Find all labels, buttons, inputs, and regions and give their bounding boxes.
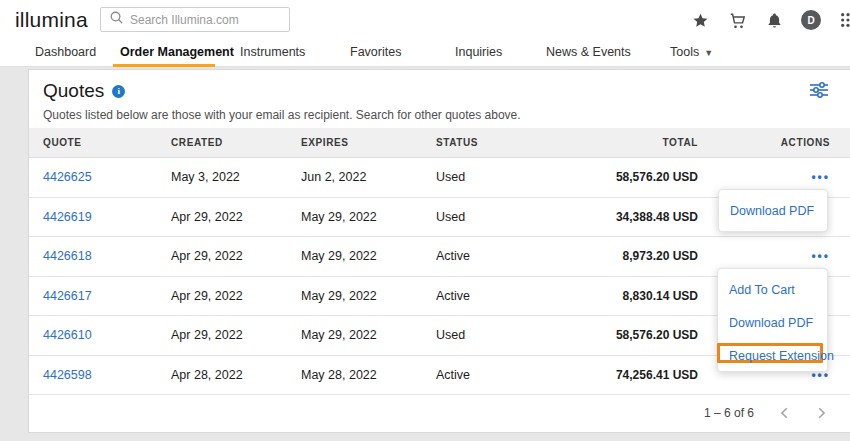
status-cell: Used	[436, 210, 576, 224]
total-cell: 74,256.41 USD	[576, 368, 698, 382]
page-subtitle: Quotes listed below are those with your …	[43, 108, 836, 122]
status-cell: Used	[436, 170, 576, 184]
row-actions-menu-button[interactable]: •••	[811, 251, 830, 261]
menu-item-download-pdf[interactable]: Download PDF	[719, 190, 827, 233]
quote-link[interactable]: 4426618	[43, 249, 92, 263]
avatar[interactable]: D	[801, 10, 821, 30]
main-nav: Dashboard Order Management Instruments F…	[0, 40, 850, 67]
status-cell: Active	[436, 289, 576, 303]
expires-cell: May 29, 2022	[301, 249, 436, 263]
menu-item-add-to-cart[interactable]: Add To Cart	[718, 274, 827, 307]
page-title: Quotes	[43, 80, 104, 102]
created-cell: May 3, 2022	[171, 170, 301, 184]
col-created: CREATED	[171, 137, 301, 148]
cart-icon[interactable]	[727, 10, 747, 30]
favorites-star-icon[interactable]	[690, 10, 710, 30]
col-status: STATUS	[436, 137, 576, 148]
nav-dashboard[interactable]: Dashboard	[35, 40, 96, 67]
quotes-card: Quotes i Quotes listed below are those w…	[28, 69, 850, 433]
expires-cell: Jun 2, 2022	[301, 170, 436, 184]
expires-cell: May 29, 2022	[301, 289, 436, 303]
nav-tools[interactable]: Tools▼	[670, 40, 713, 67]
quotes-page: illumina D Dashb	[0, 0, 850, 441]
expires-cell: May 29, 2022	[301, 328, 436, 342]
col-quote: QUOTE	[29, 137, 171, 148]
pagination-prev-button[interactable]	[776, 404, 794, 422]
col-total: TOTAL	[576, 137, 698, 148]
created-cell: Apr 28, 2022	[171, 368, 301, 382]
nav-inquiries[interactable]: Inquiries	[455, 40, 502, 67]
nav-order-management[interactable]: Order Management	[120, 40, 234, 67]
info-icon[interactable]: i	[112, 85, 125, 98]
col-actions: ACTIONS	[698, 137, 850, 148]
quote-link[interactable]: 4426619	[43, 210, 92, 224]
illumina-logo[interactable]: illumina	[15, 8, 88, 32]
notifications-bell-icon[interactable]	[764, 10, 784, 30]
pagination-range: 1 – 6 of 6	[704, 406, 754, 420]
actions-dropdown-quote: Add To Cart Download PDF Request Extensi…	[717, 268, 828, 372]
created-cell: Apr 29, 2022	[171, 249, 301, 263]
menu-item-request-extension[interactable]: Request Extension	[717, 343, 823, 363]
top-header: illumina D	[0, 0, 850, 40]
pagination-next-button[interactable]	[812, 404, 830, 422]
active-tab-underline	[113, 64, 215, 67]
quote-link[interactable]: 4426617	[43, 289, 92, 303]
quote-link[interactable]: 4426610	[43, 328, 92, 342]
nav-favorites[interactable]: Favorites	[350, 40, 401, 67]
actions-dropdown-pdf: Download PDF	[718, 189, 828, 232]
created-cell: Apr 29, 2022	[171, 210, 301, 224]
status-cell: Active	[436, 368, 576, 382]
created-cell: Apr 29, 2022	[171, 289, 301, 303]
quote-link[interactable]: 4426625	[43, 170, 92, 184]
quote-link[interactable]: 4426598	[43, 368, 92, 382]
total-cell: 34,388.48 USD	[576, 210, 698, 224]
total-cell: 58,576.20 USD	[576, 170, 698, 184]
status-cell: Used	[436, 328, 576, 342]
col-expires: EXPIRES	[301, 137, 436, 148]
row-actions-menu-button[interactable]: •••	[811, 172, 830, 182]
nav-instruments[interactable]: Instruments	[240, 40, 305, 67]
created-cell: Apr 29, 2022	[171, 328, 301, 342]
search-icon	[109, 10, 124, 29]
nav-news-events[interactable]: News & Events	[546, 40, 631, 67]
expires-cell: May 28, 2022	[301, 368, 436, 382]
search-input[interactable]	[130, 13, 285, 27]
status-cell: Active	[436, 249, 576, 263]
filter-icon[interactable]	[808, 79, 830, 101]
total-cell: 58,576.20 USD	[576, 328, 698, 342]
total-cell: 8,973.20 USD	[576, 249, 698, 263]
total-cell: 8,830.14 USD	[576, 289, 698, 303]
menu-item-download-pdf[interactable]: Download PDF	[718, 307, 827, 340]
expires-cell: May 29, 2022	[301, 210, 436, 224]
apps-grid-icon[interactable]	[838, 10, 850, 30]
search-box[interactable]	[100, 7, 290, 32]
pagination: 1 – 6 of 6	[29, 395, 850, 431]
table-header-row: QUOTE CREATED EXPIRES STATUS TOTAL ACTIO…	[29, 128, 850, 158]
chevron-down-icon: ▼	[704, 48, 713, 58]
